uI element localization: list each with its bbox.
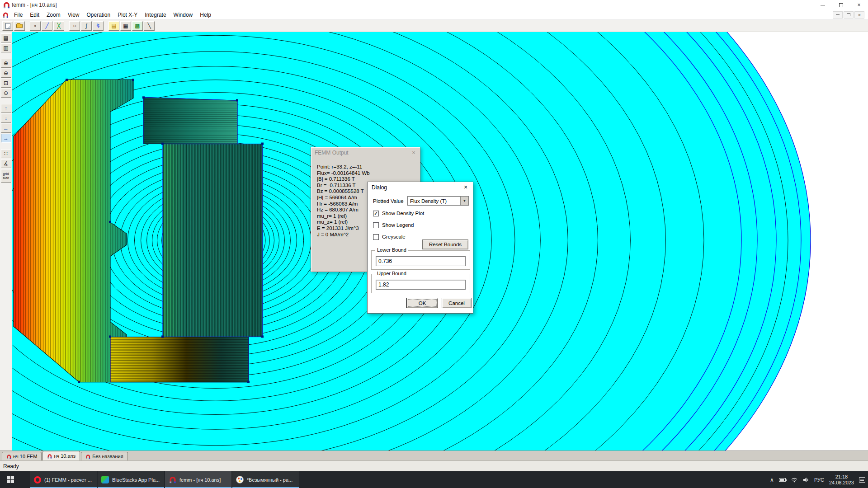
greyscale-checkbox[interactable]: Greyscale — [373, 234, 406, 240]
windows-taskbar: (1) FEMM - расчет ... BlueStacks App Pla… — [0, 471, 868, 488]
new-file-button[interactable] — [2, 21, 13, 31]
wifi-icon[interactable] — [791, 477, 798, 483]
bh-curve-button[interactable]: ↯ — [93, 21, 104, 31]
show-legend-checkbox[interactable]: Show Legend — [373, 222, 414, 228]
cancel-button[interactable]: Cancel — [442, 298, 472, 308]
minimize-icon — [821, 5, 825, 5]
zoom-extents-button[interactable]: ⊙ — [1, 89, 11, 98]
minimize-button[interactable] — [814, 0, 832, 10]
menu-edit[interactable]: Edit — [26, 10, 43, 19]
output-window-button[interactable]: ▤ — [1, 33, 11, 42]
mdi-minimize-button[interactable] — [833, 11, 843, 19]
maximize-button[interactable] — [832, 0, 850, 10]
mdi-restore-button[interactable] — [844, 11, 854, 19]
window-title: femm - [нч 10.ans] — [12, 2, 57, 8]
zoom-window-button[interactable]: ⊡ — [1, 79, 11, 88]
hidden-icons-chevron[interactable]: ∧ — [770, 477, 774, 483]
status-bar: Ready — [0, 460, 868, 471]
tab-untitled[interactable]: Без названия — [81, 452, 127, 460]
menu-file[interactable]: File — [10, 10, 26, 19]
dialog-title: Dialog — [372, 184, 387, 191]
vector-plot-button[interactable]: ╲ — [144, 21, 155, 31]
zoom-out-button[interactable]: ⊖ — [1, 69, 11, 78]
tab-label: нч 10.ans — [54, 453, 75, 459]
maximize-icon — [839, 3, 843, 7]
show-density-plot-checkbox[interactable]: ✓ Show Density Plot — [373, 210, 424, 216]
dialog-close-button[interactable]: × — [460, 183, 471, 191]
reset-bounds-button[interactable]: Reset Bounds — [422, 239, 468, 249]
checkbox-box: ✓ — [373, 211, 379, 216]
paint-icon — [236, 476, 244, 483]
pan-down-button[interactable]: ↓ — [1, 114, 11, 123]
start-button[interactable] — [0, 471, 21, 488]
language-indicator[interactable]: РУС — [814, 477, 824, 483]
pan-up-button[interactable]: ↑ — [1, 104, 11, 113]
ok-button[interactable]: OK — [406, 298, 438, 308]
plotted-value-dropdown[interactable]: Flux Density (T) ▼ — [407, 196, 469, 206]
menu-plot-xy[interactable]: Plot X-Y — [114, 10, 141, 19]
upper-bound-group: Upper Bound — [371, 274, 470, 293]
upper-bound-input[interactable] — [376, 280, 466, 290]
action-center-icon[interactable] — [859, 477, 865, 483]
side-toolbar: ▤ ▥ ⊕ ⊖ ⊡ ⊙ ↑ ↓ ← → ∷ ∡ grid size — [0, 32, 12, 450]
plot-options-dialog: Dialog × Plotted Value Flux Density (T) … — [367, 182, 473, 314]
pan-left-button[interactable]: ← — [1, 124, 11, 133]
zoom-in-button[interactable]: ⊕ — [1, 59, 11, 68]
open-file-button[interactable] — [14, 21, 25, 31]
angle-snap-button[interactable]: ∡ — [1, 159, 11, 168]
block-select-button[interactable]: ╳ — [53, 21, 64, 31]
contour-mode-button[interactable]: ╱ — [42, 21, 52, 31]
taskbar-app-femm[interactable]: femm - [нч 10.ans] — [165, 471, 231, 488]
solution-canvas-area: FEMM Output × Point: r=33.2, z=-11 Flux=… — [12, 32, 868, 450]
tab-label: нч 10.FEM — [13, 454, 37, 459]
checkbox-label: Greyscale — [382, 234, 406, 239]
menu-operation[interactable]: Operation — [83, 10, 114, 19]
mesh-plot-button[interactable]: ▩ — [132, 21, 143, 31]
show-grid-button[interactable]: ∷ — [1, 149, 11, 158]
point-values-button[interactable]: ▫ — [30, 21, 41, 31]
close-icon: × — [857, 2, 860, 8]
system-tray: ∧ РУС 21:18 24.08.2023 — [770, 471, 868, 488]
mdi-minimize-icon — [836, 14, 840, 15]
menu-help[interactable]: Help — [196, 10, 215, 19]
tab-label: Без названия — [92, 454, 123, 459]
circle-integral-button[interactable]: ○ — [69, 21, 80, 31]
menu-window[interactable]: Window — [170, 10, 197, 19]
mdi-close-button[interactable]: × — [854, 11, 864, 19]
tab-nch10-ans[interactable]: нч 10.ans — [42, 451, 80, 460]
title-bar: femm - [нч 10.ans] × — [0, 0, 868, 10]
battery-icon[interactable] — [779, 478, 786, 482]
lower-bound-group: Lower Bound — [371, 250, 470, 270]
mdi-document-icon — [2, 12, 9, 18]
mdi-restore-icon — [847, 13, 850, 16]
menu-zoom[interactable]: Zoom — [43, 10, 64, 19]
line-integral-button[interactable]: ∫ — [81, 21, 92, 31]
menu-view[interactable]: View — [64, 10, 83, 19]
plotted-value-label: Plotted Value — [373, 198, 404, 204]
document-icon — [85, 454, 90, 459]
upper-bound-label: Upper Bound — [375, 271, 408, 276]
density-plot-button[interactable]: ▤ — [108, 21, 119, 31]
grid-size-button[interactable]: grid size — [1, 169, 11, 183]
output-line: Flux= -0.00164841 Wb — [317, 170, 420, 177]
taskbar-app-paint[interactable]: *Безымянный - ра... — [232, 471, 299, 488]
pan-right-button[interactable]: → — [1, 134, 11, 143]
lower-bound-input[interactable] — [376, 256, 466, 266]
plotted-value-selected: Flux Density (T) — [408, 198, 460, 204]
contour-plot-button[interactable]: ▦ — [120, 21, 131, 31]
close-button[interactable]: × — [850, 0, 868, 10]
tab-nch10-fem[interactable]: нч 10.FEM — [2, 452, 42, 460]
clock[interactable]: 21:18 24.08.2023 — [829, 474, 854, 486]
edit-window-button[interactable]: ▥ — [1, 43, 11, 52]
volume-icon[interactable] — [803, 477, 809, 483]
taskbar-app-bluestacks[interactable]: BlueStacks App Pla... — [98, 471, 164, 488]
taskbar-app-femm-browser[interactable]: (1) FEMM - расчет ... — [30, 471, 97, 488]
femm-output-close-button[interactable]: × — [410, 149, 418, 156]
checkbox-label: Show Legend — [382, 222, 414, 228]
chevron-down-icon[interactable]: ▼ — [460, 197, 468, 205]
checkbox-label: Show Density Plot — [382, 211, 424, 216]
menu-integrate[interactable]: Integrate — [141, 10, 170, 19]
output-line: Point: r=33.2, z=-11 — [317, 164, 420, 170]
femm-icon — [169, 476, 176, 483]
windows-logo-icon — [7, 476, 14, 483]
